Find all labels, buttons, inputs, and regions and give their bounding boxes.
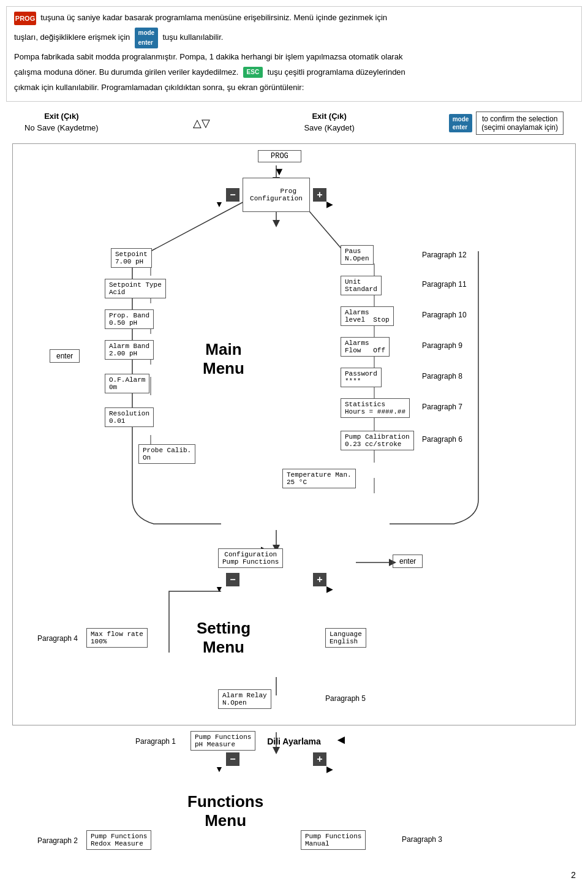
para5: Paragraph 5 <box>325 694 366 703</box>
setpoint-box: Setpoint7.00 pH <box>111 248 152 268</box>
password-box: Password**** <box>341 368 382 387</box>
para10: Paragraph 10 <box>422 311 467 319</box>
exit-left-sub: No Save (Kaydetme) <box>24 123 99 132</box>
exit-left-block: Exit (Çık) No Save (Kaydetme) <box>24 112 99 132</box>
para7: Paragraph 7 <box>422 403 462 411</box>
pump-fn-ph-box: Pump FunctionspH Measure <box>190 731 255 751</box>
functions-menu-label: FunctionsMenu <box>187 792 263 830</box>
pump-fn-redox-box: Pump FunctionsRedox Measure <box>86 830 151 850</box>
mode-enter-badge: modeenter <box>135 28 159 48</box>
para9: Paragraph 9 <box>422 341 462 350</box>
paus-box: PausN.Open <box>341 245 374 265</box>
para3: Paragraph 3 <box>402 835 442 844</box>
line3d: çıkmak için kullanılabilir. Programlamad… <box>14 81 574 94</box>
exit-row: Exit (Çık) No Save (Kaydetme) △▽ Exit (Ç… <box>6 108 582 138</box>
setting-menu-label: SettingMenu <box>197 619 251 657</box>
arrow-dl-2: ▼ <box>215 584 224 594</box>
arrow-down-prog: ▼ <box>274 165 285 178</box>
exit-right-block: Exit (Çık) Save (Kaydet) <box>304 112 354 132</box>
max-flow-box: Max flow rate100% <box>86 628 148 648</box>
arrow-r-3: ▶ <box>326 764 333 774</box>
exit-left-title: Exit (Çık) <box>44 112 78 121</box>
setpoint-type-box: Setpoint TypeAcid <box>105 279 166 298</box>
arrow-dl-3: ▼ <box>215 764 224 774</box>
pump-fn-manual-box: Pump FunctionsManual <box>301 830 366 850</box>
arrow-r-1: ▶ <box>326 199 333 209</box>
arrow-r-2: ▶ <box>326 584 333 594</box>
pump-calib-box: Pump Calibration0.23 cc/stroke <box>341 431 414 450</box>
arrow-left-ph: ▶ <box>337 735 345 747</box>
para12: Paragraph 12 <box>422 251 467 259</box>
minus-button-1[interactable]: − <box>226 188 239 202</box>
plus-button-2[interactable]: + <box>313 573 326 586</box>
alarm-relay-box: Alarm RelayN.Open <box>218 689 271 709</box>
exit-right-sub: Save (Kaydet) <box>304 123 354 132</box>
minus-button-2[interactable]: − <box>226 573 239 586</box>
prog-label: PROG <box>258 150 301 162</box>
temp-man-box: Temperature Man.25 °C <box>282 469 356 488</box>
prop-band-box: Prop. Band0.50 pH <box>105 309 154 329</box>
prog-badge: PROG <box>14 12 36 25</box>
exit-right-title: Exit (Çık) <box>312 112 346 121</box>
para8: Paragraph 8 <box>422 372 462 381</box>
alarms-flow-box: AlarmsFlow Off <box>341 337 390 357</box>
page-number: 2 <box>571 870 576 880</box>
para4: Paragraph 4 <box>37 634 78 643</box>
main-menu-label: MainMenu <box>203 340 244 378</box>
line2: tuşları, değişikliklere erişmek için mod… <box>14 28 574 48</box>
enter-label-config: enter <box>393 555 423 568</box>
resolution-box: Resolution0.01 <box>105 407 154 427</box>
plus-button-1[interactable]: + <box>313 188 326 202</box>
footer: Dili Ayarlama <box>6 732 582 751</box>
mode-enter-confirm-badge: modeenter <box>449 114 473 132</box>
esc-badge: ESC <box>243 67 263 78</box>
line3b: çalışma moduna döner. Bu durumda girilen… <box>14 66 574 79</box>
plus-button-3[interactable]: + <box>313 752 326 766</box>
statistics-box: StatisticsHours = ####.## <box>341 398 410 418</box>
confirm-text: to confirm the selection(seçimi onaylama… <box>476 112 564 135</box>
svg-line-3 <box>151 194 258 251</box>
para1: Paragraph 1 <box>135 737 176 746</box>
page: PROG tuşuna üç saniye kadar basarak prog… <box>0 0 588 886</box>
unit-standard-box: UnitStandard <box>341 276 382 295</box>
diagram-area: PROG ▼ ProgConfiguration − ▼ + ▶ Setpoin… <box>12 143 576 725</box>
minus-button-3[interactable]: − <box>226 752 239 766</box>
language-box: LanguageEnglish <box>325 628 366 648</box>
para6: Paragraph 6 <box>422 435 462 444</box>
enter-label-left: enter <box>50 349 80 363</box>
config-pump-box: ConfigurationPump Functions <box>218 548 283 568</box>
para11: Paragraph 11 <box>422 280 467 289</box>
arrow-dl-1: ▼ <box>215 199 224 209</box>
prog-config-box: ProgConfiguration <box>243 178 310 212</box>
confirm-block: modeenter to confirm the selection(seçim… <box>449 112 564 135</box>
probe-calib-box: Probe Calib.On <box>138 444 195 464</box>
instruction-text: PROG tuşuna üç saniye kadar basarak prog… <box>6 6 582 102</box>
line3: Pompa fabrikada sabit modda progralanmış… <box>14 51 574 64</box>
alarm-band-box: Alarm Band2.00 pH <box>105 340 154 360</box>
footer-text: Dili Ayarlama <box>267 736 321 746</box>
nav-arrows: △▽ <box>193 116 210 130</box>
line1: PROG tuşuna üç saniye kadar basarak prog… <box>14 12 574 25</box>
para2: Paragraph 2 <box>37 836 78 845</box>
of-alarm-box: O.F.Alarm0m <box>105 374 149 393</box>
alarms-level-box: Alarmslevel Stop <box>341 306 394 326</box>
